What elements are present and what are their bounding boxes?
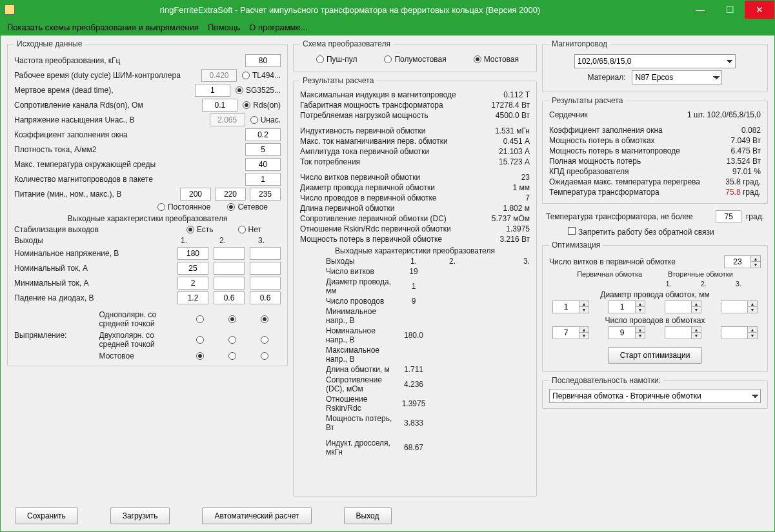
rect-3-2[interactable] [228, 352, 236, 360]
material-select[interactable]: N87 Epcos [632, 70, 722, 84]
duty-label: Рабочее время (duty cycle) ШИМ-контролле… [14, 71, 201, 80]
rect-opt3-label: Мостовое [99, 351, 185, 360]
diam-sec1-spin[interactable]: ▲▼ [609, 300, 645, 313]
rect-2-2[interactable] [228, 336, 236, 344]
vnom-1-input[interactable] [177, 247, 208, 260]
vdiode-label: Падение на диодах, В [14, 293, 177, 302]
inom-1-input[interactable] [177, 262, 208, 275]
radio-sg3525[interactable]: SG3525... [236, 86, 281, 95]
temp-limit-input[interactable] [716, 210, 741, 223]
radio-bridge[interactable]: Мостовая [474, 55, 519, 64]
radio-usat[interactable]: Uнас. [250, 115, 281, 124]
opt-turns-label: Число витков в первичной обмотке [549, 257, 676, 266]
save-button[interactable]: Сохранить [15, 507, 78, 524]
power-label: Питание (мин., ном., макс.), В [14, 190, 176, 199]
wires-prim-spin[interactable]: ▲▼ [552, 326, 589, 339]
transformer-temp-value: 75.8 [725, 188, 740, 197]
menu-about[interactable]: О программе... [249, 23, 307, 32]
rect-1-3[interactable] [261, 315, 268, 323]
power-max-input[interactable] [250, 188, 281, 201]
duty-input [201, 69, 237, 82]
inom-3-input[interactable] [250, 262, 281, 275]
fill-input[interactable] [245, 128, 281, 141]
down-icon[interactable]: ▼ [751, 262, 760, 268]
radio-dc[interactable]: Постоянное [157, 202, 210, 212]
imin-label: Минимальный ток, А [14, 279, 177, 288]
outchar-title: Выходные характеристики преобразователя [14, 214, 281, 223]
vnom-3-input[interactable] [250, 247, 281, 260]
vnom-2-input[interactable] [214, 247, 245, 260]
rect-1-2[interactable] [228, 315, 236, 323]
rect-2-3[interactable] [261, 336, 268, 344]
opt-turns-spin[interactable]: ▲▼ [724, 255, 761, 268]
rds-label: Сопротивление канала Rds(on), Ом [14, 101, 202, 110]
imin-2-input[interactable] [214, 277, 245, 290]
radio-ac[interactable]: Сетевое [227, 202, 268, 212]
rect-opt2-label: Двухполярн. со средней точкой [99, 331, 185, 349]
vnom-label: Номинальное напряжение, В [14, 249, 177, 258]
start-optimization-button[interactable]: Старт оптимизации [608, 347, 703, 364]
wires-sec3-spin[interactable]: ▲▼ [721, 326, 758, 339]
inom-label: Номинальный ток, А [14, 264, 177, 273]
rds-input[interactable] [202, 99, 237, 112]
usat-label: Напряжение насыщения Uнас., В [14, 115, 210, 124]
rect-2-1[interactable] [196, 336, 204, 344]
vdiode-1-input[interactable] [177, 291, 208, 304]
wind-order-select[interactable]: Первичная обмотка - Вторичные обмотки [549, 389, 761, 403]
rect-label: Выпрямление: [14, 331, 99, 340]
rect-3-1[interactable] [196, 352, 204, 360]
imin-3-input[interactable] [250, 277, 281, 290]
radio-rds[interactable]: Rds(on) [243, 101, 281, 110]
app-window: ringFerriteExtraSoft - Расчет импульсног… [0, 0, 775, 532]
power-nom-input[interactable] [215, 188, 246, 201]
up-icon[interactable]: ▲ [751, 256, 760, 262]
power-min-input[interactable] [180, 188, 211, 201]
temp-limit-label: Температура трансформатора, не более [546, 212, 693, 221]
imin-1-input[interactable] [177, 277, 208, 290]
menubar: Показать схемы преобразования и выпрямле… [1, 19, 774, 35]
scheme-group: Схема преобразователя Пуш-пул Полумостов… [293, 39, 537, 72]
radio-stab-no[interactable]: Нет [238, 225, 261, 234]
rect-3-3[interactable] [261, 352, 268, 360]
ambtemp-input[interactable] [245, 158, 281, 171]
wires-sec1-spin[interactable]: ▲▼ [609, 326, 645, 339]
input-data-title: Исходные данные [14, 39, 85, 48]
rect-1-1[interactable] [196, 315, 204, 323]
wind-order-group: Последовательность намотки: Первичная об… [542, 376, 768, 409]
radio-pushpull[interactable]: Пуш-пул [316, 55, 357, 64]
freq-input[interactable] [245, 54, 281, 67]
rect-opt1-label: Однополярн. со средней точкой [99, 310, 185, 328]
cores-label: Количество магнитопроводов в пакете [14, 175, 245, 184]
menu-schemes[interactable]: Показать схемы преобразования и выпрямле… [7, 23, 199, 32]
diam-sec3-spin[interactable]: ▲▼ [721, 300, 758, 313]
freq-label: Частота преобразования, кГц [14, 56, 245, 65]
maximize-button[interactable]: ☐ [715, 1, 745, 19]
exit-button[interactable]: Выход [344, 507, 392, 524]
cores-input[interactable] [245, 173, 281, 186]
input-data-group: Исходные данные Частота преобразования, … [7, 39, 288, 366]
results3-title: Результаты расчета [549, 96, 625, 105]
core-size-select[interactable]: 102,0/65,8/15,0 [574, 54, 736, 68]
diam-sec2-spin[interactable]: ▲▼ [665, 300, 701, 313]
window-title: ringFerriteExtraSoft - Расчет импульсног… [15, 5, 685, 15]
load-button[interactable]: Загрузить [110, 507, 170, 524]
radio-tl494[interactable]: TL494... [242, 71, 281, 80]
outputs-label: Выходы [14, 236, 165, 245]
vdiode-3-input[interactable] [250, 291, 281, 304]
stab-label: Стабилизация выходов [14, 225, 181, 234]
app-icon [5, 5, 15, 15]
inom-2-input[interactable] [214, 262, 245, 275]
seq-label: Последовательность намотки: [549, 376, 663, 385]
no-feedback-checkbox[interactable] [568, 227, 576, 235]
vdiode-2-input[interactable] [214, 291, 245, 304]
density-input[interactable] [245, 143, 281, 156]
close-button[interactable]: ✕ [745, 1, 774, 19]
wires-sec2-spin[interactable]: ▲▼ [665, 326, 701, 339]
diam-prim-spin[interactable]: ▲▼ [552, 300, 589, 313]
menu-help[interactable]: Помощь [208, 23, 240, 32]
radio-stab-yes[interactable]: Есть [186, 225, 214, 234]
auto-calc-button[interactable]: Автоматический расчет [202, 507, 311, 524]
radio-halfbridge[interactable]: Полумостовая [384, 55, 446, 64]
minimize-button[interactable]: — [685, 1, 715, 19]
dead-input[interactable] [195, 84, 230, 97]
